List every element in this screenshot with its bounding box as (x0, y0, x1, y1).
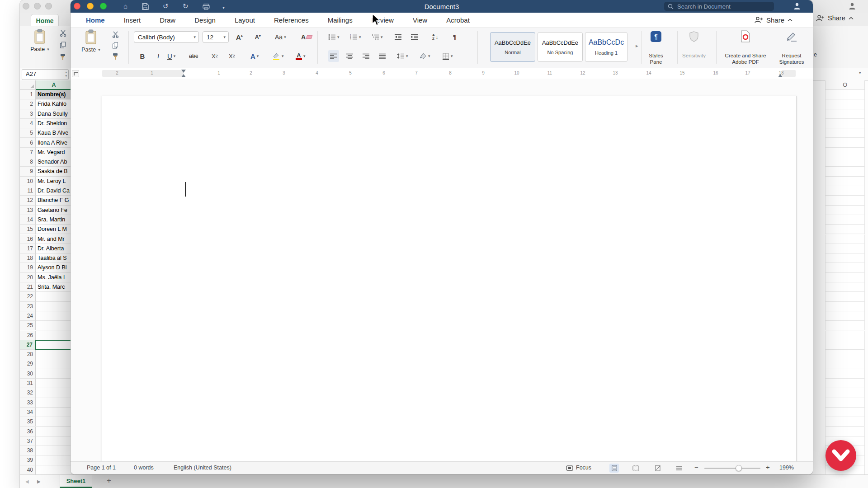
excel-cell-A32[interactable] (36, 388, 72, 398)
home-icon[interactable]: ⌂ (123, 3, 127, 9)
excel-cell-A18[interactable]: Taaliba al S (36, 253, 72, 263)
excel-cell-A25[interactable] (36, 321, 72, 330)
excel-cell-A38[interactable] (36, 446, 72, 455)
justify-button[interactable] (377, 50, 388, 62)
excel-row-header-20[interactable]: 20 (20, 273, 36, 282)
excel-row-header-39[interactable]: 39 (20, 455, 36, 465)
excel-cell-O10[interactable] (825, 177, 865, 186)
excel-row-header-16[interactable]: 16 (20, 235, 36, 244)
format-painter-icon[interactable] (112, 53, 118, 60)
excel-row-header-30[interactable]: 30 (20, 369, 36, 379)
excel-cell-O18[interactable] (825, 253, 865, 263)
excel-cell-O36[interactable] (825, 427, 865, 436)
excel-cell-O24[interactable] (825, 311, 865, 321)
excel-row-header-27[interactable]: 27 (20, 340, 36, 350)
excel-row-header-15[interactable]: 15 (20, 225, 36, 234)
excel-row-header-36[interactable]: 36 (20, 427, 36, 436)
excel-cell-O13[interactable] (825, 206, 865, 215)
tab-draw[interactable]: Draw (160, 16, 175, 24)
word-share-button[interactable]: Share (754, 14, 793, 26)
excel-cell-A9[interactable]: Saskia de B (36, 167, 72, 176)
account-icon[interactable] (793, 2, 801, 10)
excel-row-header-6[interactable]: 6 (20, 138, 36, 148)
show-paragraph-marks-button[interactable]: ¶ (453, 31, 457, 43)
excel-cell-A8[interactable]: Senador Ab (36, 157, 72, 167)
excel-cell-O34[interactable] (825, 408, 865, 417)
excel-cell-O29[interactable] (825, 359, 865, 369)
focus-toggle[interactable]: Focus (576, 465, 591, 471)
underline-button[interactable]: U ▾ (167, 50, 175, 62)
excel-cell-A3[interactable]: Dana Scully (36, 109, 72, 119)
excel-row-header-1[interactable]: 1 (20, 90, 36, 99)
page-indicator[interactable]: Page 1 of 1 (87, 465, 116, 471)
excel-cell-O12[interactable] (825, 196, 865, 205)
highlight-color-button[interactable]: ▾ (272, 50, 284, 62)
excel-cell-A40[interactable] (36, 465, 72, 475)
search-in-document-input[interactable] (676, 3, 764, 10)
excel-row-header-3[interactable]: 3 (20, 109, 36, 119)
excel-row-header-2[interactable]: 2 (20, 99, 36, 109)
excel-cell-A13[interactable]: Gaetano Fe (36, 206, 72, 215)
add-sheet-button[interactable]: + (107, 476, 111, 485)
subscript-button[interactable]: X2 (212, 50, 218, 62)
excel-cell-O21[interactable] (825, 282, 865, 292)
web-layout-view-button[interactable] (675, 464, 684, 473)
excel-cell-A27[interactable] (36, 340, 72, 350)
excel-cell-O11[interactable] (825, 186, 865, 196)
tab-references[interactable]: References (274, 16, 309, 24)
decrease-indent-button[interactable] (394, 31, 402, 43)
excel-cell-A16[interactable]: Mr. and Mr (36, 235, 72, 244)
style-no-spacing[interactable]: AaBbCcDdEeNo Spacing (538, 32, 583, 62)
excel-row-header-12[interactable]: 12 (20, 196, 36, 205)
excel-cell-A34[interactable] (36, 408, 72, 417)
excel-cell-A1[interactable]: Nombre(s) (36, 90, 72, 99)
shading-button[interactable]: ▾ (420, 50, 430, 62)
excel-row-header-24[interactable]: 24 (20, 311, 36, 321)
excel-cell-O22[interactable] (825, 292, 865, 301)
excel-row-header-23[interactable]: 23 (20, 302, 36, 311)
excel-cell-A28[interactable] (36, 350, 72, 359)
excel-row-header-5[interactable]: 5 (20, 128, 36, 138)
sheet-prev-icon[interactable]: ◀ (25, 479, 29, 484)
excel-row-header-10[interactable]: 10 (20, 177, 36, 186)
excel-row-header-37[interactable]: 37 (20, 436, 36, 446)
text-effects-button[interactable]: A ▾ (250, 50, 259, 62)
excel-cell-O30[interactable] (825, 369, 865, 379)
excel-cell-O8[interactable] (825, 157, 865, 167)
excel-row-header-14[interactable]: 14 (20, 215, 36, 225)
excel-cell-O35[interactable] (825, 417, 865, 427)
font-color-button[interactable]: A ▾ (296, 50, 306, 62)
request-signatures-button[interactable] (774, 30, 809, 42)
excel-cell-O16[interactable] (825, 235, 865, 244)
tab-layout[interactable]: Layout (235, 16, 255, 24)
zoom-out-button[interactable]: − (694, 463, 698, 471)
excel-cell-A11[interactable]: Dr. David Ca (36, 186, 72, 196)
excel-cell-A33[interactable] (36, 398, 72, 408)
superscript-button[interactable]: X2 (229, 50, 235, 62)
create-pdf-button[interactable] (718, 30, 773, 42)
word-minimize-button[interactable] (87, 3, 94, 9)
excel-cell-A21[interactable]: Srita. Marc (36, 282, 72, 292)
excel-cell-A23[interactable] (36, 302, 72, 311)
excel-row-header-19[interactable]: 19 (20, 263, 36, 272)
collapse-ribbon-icon[interactable] (788, 19, 793, 22)
tab-insert[interactable]: Insert (124, 16, 141, 24)
word-zoom-button[interactable] (100, 3, 107, 9)
excel-row-header-18[interactable]: 18 (20, 253, 36, 263)
excel-cell-A36[interactable] (36, 427, 72, 436)
excel-cell-O3[interactable] (825, 109, 865, 119)
sheet-tab-sheet1[interactable]: Sheet1 (60, 475, 92, 488)
excel-cell-O9[interactable] (825, 167, 865, 176)
excel-cell-A39[interactable] (36, 455, 72, 465)
excel-row-header-38[interactable]: 38 (20, 446, 36, 455)
tab-acrobat[interactable]: Acrobat (446, 16, 470, 24)
align-right-button[interactable] (361, 50, 372, 62)
excel-cell-A15[interactable]: Doreen L M (36, 225, 72, 234)
excel-cell-O14[interactable] (825, 215, 865, 225)
tab-mailings[interactable]: Mailings (328, 16, 353, 24)
excel-cell-A20[interactable]: Ms. Jaëla L (36, 273, 72, 282)
multilevel-list-button[interactable]: ▾ (372, 31, 383, 43)
excel-cell-O7[interactable] (825, 148, 865, 157)
excel-cell-O26[interactable] (825, 331, 865, 340)
style-heading-1[interactable]: AaBbCcDcHeading 1 (585, 32, 627, 62)
